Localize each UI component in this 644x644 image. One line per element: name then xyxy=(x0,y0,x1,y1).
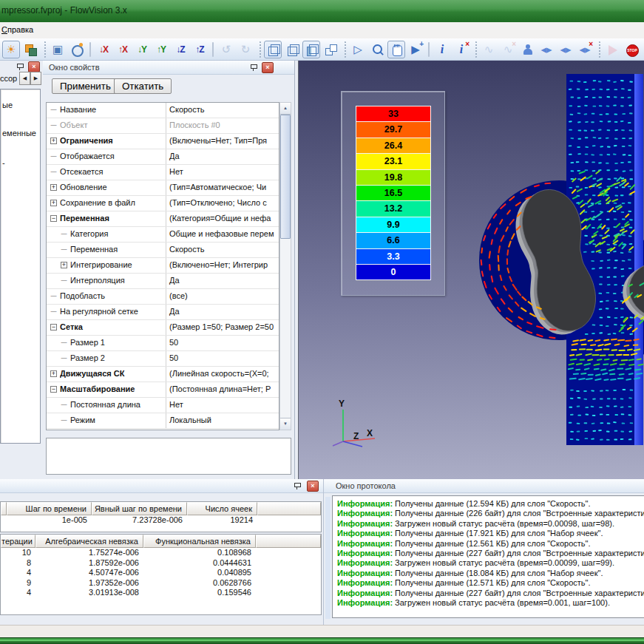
expand-toggle-icon[interactable] xyxy=(50,153,57,160)
color-layers-icon[interactable] xyxy=(21,41,39,58)
rotate-ccw-icon[interactable]: ↺ xyxy=(217,41,235,58)
frame-off-icon[interactable]: ◂▸ × xyxy=(576,41,594,58)
close-icon[interactable]: × xyxy=(262,62,274,73)
property-row[interactable]: Отсекается Нет xyxy=(47,165,279,180)
tree-item[interactable]: ые xyxy=(2,101,13,109)
property-row[interactable]: Переменная Скорость xyxy=(47,243,279,258)
expand-toggle-icon[interactable] xyxy=(61,231,67,237)
dock-grip[interactable] xyxy=(325,497,331,619)
expand-toggle-icon[interactable] xyxy=(50,308,57,315)
property-value[interactable]: Общие и нефазовые перем xyxy=(166,227,279,242)
view-z-neg-icon[interactable]: ↓Z xyxy=(172,41,189,58)
property-value[interactable]: (Включены=Нет; Тип=Пря xyxy=(166,134,279,149)
column-header[interactable]: Шаг по времени xyxy=(7,502,92,515)
expand-toggle-icon[interactable]: + xyxy=(50,184,57,191)
render-wire-icon[interactable] xyxy=(283,41,301,58)
property-value[interactable]: Плоскость #0 xyxy=(166,118,279,133)
zoom-region-icon[interactable] xyxy=(368,41,386,58)
property-value[interactable]: Нет xyxy=(166,398,279,413)
info-icon[interactable]: i xyxy=(433,41,451,58)
view-x-neg-icon[interactable]: ↓X xyxy=(95,41,112,58)
property-row[interactable]: + Сохранение в файл (Тип=Отключено; Числ… xyxy=(47,196,279,211)
separator[interactable] xyxy=(596,41,601,58)
property-value[interactable]: (Тип=Автоматическое; Чи xyxy=(166,180,279,195)
property-value[interactable]: (Тип=Отключено; Число с xyxy=(166,196,279,211)
close-icon[interactable]: × xyxy=(307,481,319,492)
display-settings-icon[interactable]: ☀ xyxy=(2,41,20,58)
property-value[interactable]: Да xyxy=(166,274,279,288)
render-section-icon[interactable] xyxy=(302,41,320,58)
pin-icon[interactable] xyxy=(294,482,301,489)
property-value[interactable]: (Постоянная длина=Нет; Р xyxy=(166,382,279,397)
property-row[interactable]: Размер 2 50 xyxy=(47,351,279,367)
frame-right-icon[interactable]: ◂▸ xyxy=(557,41,574,58)
property-row[interactable]: − Переменная (Категория=Общие и нефа xyxy=(47,211,279,227)
property-row[interactable]: + Ограничения (Включены=Нет; Тип=Пря xyxy=(47,134,279,149)
property-value[interactable]: (Размер 1=50; Размер 2=50 xyxy=(166,320,279,335)
column-header[interactable] xyxy=(1,502,7,515)
go-icon[interactable] xyxy=(603,41,621,58)
expand-toggle-icon[interactable] xyxy=(61,277,67,284)
property-value[interactable]: (Категория=Общие и нефа xyxy=(166,211,279,226)
column-header[interactable] xyxy=(256,535,321,548)
expand-toggle-icon[interactable] xyxy=(50,122,57,129)
separator[interactable] xyxy=(89,42,91,57)
expand-toggle-icon[interactable]: + xyxy=(50,138,57,144)
scroll-down-icon[interactable]: ▼ xyxy=(280,418,291,430)
expand-toggle-icon[interactable]: − xyxy=(50,324,57,331)
orbit-view-icon[interactable] xyxy=(68,41,86,58)
property-value[interactable]: (все) xyxy=(166,289,279,304)
expand-toggle-icon[interactable] xyxy=(61,339,67,346)
property-row[interactable]: + Интегрирование (Включено=Нет; Интегрир xyxy=(47,258,279,274)
property-value[interactable]: Да xyxy=(166,305,279,319)
property-value[interactable]: Локальный xyxy=(166,413,279,428)
separator[interactable] xyxy=(472,41,478,58)
separator[interactable] xyxy=(41,41,47,58)
revert-button[interactable]: Откатить xyxy=(114,78,172,94)
property-row[interactable]: Подобласть (все) xyxy=(47,289,279,305)
property-row[interactable]: На регулярной сетке Да xyxy=(47,305,279,320)
property-value[interactable]: (Включено=Нет; Интегрир xyxy=(166,258,279,273)
apply-button[interactable]: Применить xyxy=(52,78,119,94)
frame-left-icon[interactable]: ◂▸ xyxy=(538,41,555,58)
scrollbar-thumb[interactable] xyxy=(280,115,291,239)
expand-toggle-icon[interactable] xyxy=(61,355,67,362)
property-grid-scrollbar[interactable]: ▲ ▼ xyxy=(279,102,291,430)
pin-icon[interactable] xyxy=(16,63,24,70)
property-row[interactable]: Постоянная длина Нет xyxy=(47,398,279,413)
property-row[interactable]: − Сетка (Размер 1=50; Размер 2=50 xyxy=(47,320,279,336)
viewport-3d[interactable]: Y X Z 33 29.7 26.4 23.1 19.8 16.5 1 xyxy=(298,61,644,479)
separator[interactable] xyxy=(212,42,214,57)
property-row[interactable]: Объект Плоскость #0 xyxy=(47,118,279,134)
expand-toggle-icon[interactable] xyxy=(61,246,67,253)
property-row[interactable]: + Обновление (Тип=Автоматическое; Чи xyxy=(47,180,279,196)
column-header[interactable]: Алгебраическая невязка xyxy=(35,535,143,548)
protocol-titlebar[interactable]: Окно протокола xyxy=(324,479,644,493)
expand-toggle-icon[interactable] xyxy=(50,293,57,299)
scroll-up-icon[interactable]: ▲ xyxy=(280,103,291,115)
protocol-log[interactable]: Информация: Получены данные (12.594 КБ) … xyxy=(332,495,644,618)
curve-icon[interactable]: ∿ xyxy=(480,41,498,58)
property-value[interactable]: Скорость xyxy=(166,243,279,257)
rotate-cw-icon[interactable]: ↻ xyxy=(237,41,254,58)
property-row[interactable]: Название Скорость xyxy=(47,103,279,118)
tab-scroll-right-icon[interactable]: ▶ xyxy=(30,72,41,85)
user-marker-icon[interactable] xyxy=(518,41,536,58)
expand-toggle-icon[interactable]: + xyxy=(61,262,67,268)
property-row[interactable]: Интерполяция Да xyxy=(47,274,279,289)
window-titlebar[interactable]: mpressor.fvproj - FlowVision 3.x xyxy=(0,0,644,23)
column-header[interactable]: Функциональная невязка xyxy=(143,535,256,548)
property-row[interactable]: Отображается Да xyxy=(47,149,279,165)
column-header[interactable]: Явный шаг по времени xyxy=(92,502,187,515)
pin-icon[interactable] xyxy=(250,64,257,71)
column-header[interactable] xyxy=(257,502,321,515)
tree-item[interactable]: - xyxy=(2,158,5,167)
separator[interactable] xyxy=(257,41,262,58)
stop-icon[interactable] xyxy=(623,41,640,58)
curve-off-icon[interactable]: ∿ × xyxy=(499,41,517,58)
project-tree[interactable]: ые еменные - xyxy=(0,89,41,444)
view-y-neg-icon[interactable]: ↓Y xyxy=(133,41,151,58)
property-value[interactable]: Нет xyxy=(166,165,279,180)
pan-mode-icon[interactable] xyxy=(387,41,405,58)
property-row[interactable]: Категория Общие и нефазовые перем xyxy=(47,227,279,243)
